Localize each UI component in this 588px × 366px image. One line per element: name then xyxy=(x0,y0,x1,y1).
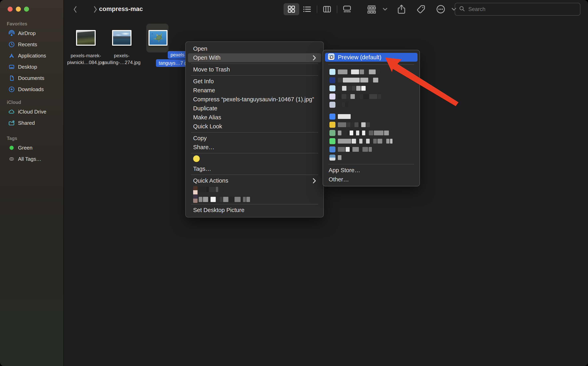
blurred-app-name xyxy=(338,69,380,74)
separator xyxy=(191,153,318,153)
separator xyxy=(191,75,318,76)
sidebar-item-label: Green xyxy=(18,145,32,151)
airdrop-icon xyxy=(8,30,15,37)
menu-item-label: Quick Actions xyxy=(193,177,228,184)
search-field[interactable] xyxy=(455,3,580,16)
share-icon[interactable] xyxy=(396,4,407,15)
download-circle-icon xyxy=(8,86,15,93)
window-title: compress-mac xyxy=(99,5,143,13)
tag-icon[interactable] xyxy=(416,4,426,14)
blurred-app-name xyxy=(338,139,392,144)
blurred-app-row[interactable] xyxy=(323,137,420,145)
separator xyxy=(191,204,318,205)
icon-view-button[interactable] xyxy=(284,3,299,15)
more-icon[interactable] xyxy=(436,4,446,14)
menu-item-set-desktop-picture[interactable]: Set Desktop Picture xyxy=(188,206,321,215)
sidebar-item-shared[interactable]: Shared xyxy=(0,117,62,129)
sidebar-item-all-tags[interactable]: All Tags… xyxy=(0,153,62,165)
submenu-chevron-icon xyxy=(312,178,317,184)
app-icon xyxy=(329,77,335,83)
blurred-app-name xyxy=(338,86,366,91)
preview-app-icon xyxy=(328,53,335,61)
file-label[interactable]: pexels-raulling-…274.jpg xyxy=(98,52,146,66)
separator xyxy=(191,63,318,64)
sidebar-section-header-icloud: iCloud xyxy=(0,99,62,106)
blurred-app-row[interactable] xyxy=(323,68,420,76)
menu-item-tags[interactable]: Tags… xyxy=(188,164,321,173)
menu-item-label: Set Desktop Picture xyxy=(193,207,244,214)
forward-icon[interactable] xyxy=(92,4,99,15)
menu-item-share[interactable]: Share… xyxy=(188,143,321,152)
appstore-a-icon xyxy=(8,52,15,59)
sidebar-item-downloads[interactable]: Downloads xyxy=(0,84,62,95)
sidebar-section-header-tags: Tags xyxy=(0,135,62,142)
blurred-app-row[interactable] xyxy=(323,145,420,153)
file-thumbnail-turtle[interactable] xyxy=(149,30,167,46)
app-icon xyxy=(329,85,335,91)
minimize-button[interactable] xyxy=(16,7,21,12)
app-icon xyxy=(329,130,335,136)
menu-item-make-alias[interactable]: Make Alias xyxy=(188,113,321,122)
menu-item-rename[interactable]: Rename xyxy=(188,86,321,95)
blurred-app-row[interactable] xyxy=(323,92,420,100)
divider xyxy=(337,5,337,13)
sidebar-item-desktop[interactable]: Desktop xyxy=(0,61,62,72)
file-thumbnail-mountain[interactable] xyxy=(76,30,96,46)
sidebar-sections: FavoritesAirDropRecentsApplicationsDeskt… xyxy=(0,20,62,165)
menu-item-duplicate[interactable]: Duplicate xyxy=(188,104,321,113)
sidebar: FavoritesAirDropRecentsApplicationsDeskt… xyxy=(0,0,64,366)
sidebar-item-airdrop[interactable]: AirDrop xyxy=(0,28,62,39)
zoom-button[interactable] xyxy=(24,7,29,12)
submenu-item-preview-default[interactable]: Preview (default) xyxy=(325,53,417,62)
menu-item-label: Duplicate xyxy=(193,105,217,112)
app-icon xyxy=(329,122,335,128)
sea-turtle-image xyxy=(150,31,166,45)
menu-item-move-to-trash[interactable]: Move to Trash xyxy=(188,65,321,74)
menu-item-open[interactable]: Open xyxy=(188,44,321,53)
file-thumbnail-coast[interactable] xyxy=(112,30,131,46)
menu-item-compress-pexels-tanguysauvin-10467-1-jpg[interactable]: Compress “pexels-tanguysauvin-10467 (1).… xyxy=(188,95,321,104)
menu-item-quick-actions[interactable]: Quick Actions xyxy=(188,176,321,185)
app-icon xyxy=(329,102,335,108)
gallery-view-button[interactable] xyxy=(339,3,355,15)
sidebar-item-green[interactable]: Green xyxy=(0,142,62,153)
menu-item-copy[interactable]: Copy xyxy=(188,134,321,143)
separator xyxy=(191,175,318,175)
column-view-button[interactable] xyxy=(319,3,335,15)
close-button[interactable] xyxy=(8,7,13,12)
group-icon[interactable] xyxy=(366,4,377,14)
sidebar-item-documents[interactable]: Documents xyxy=(0,72,62,84)
chevron-down-icon[interactable] xyxy=(382,7,388,12)
menu-item-label: Open With xyxy=(193,54,220,61)
menu-item-label: Tags… xyxy=(193,166,211,172)
blurred-app-row[interactable] xyxy=(323,129,420,137)
back-icon[interactable] xyxy=(72,4,79,15)
menu-item-open-with[interactable]: Open With xyxy=(188,53,321,62)
menu-item-quick-look[interactable]: Quick Look xyxy=(188,122,321,131)
list-view-button[interactable] xyxy=(299,3,315,15)
all-tags-icon xyxy=(8,155,15,163)
separator xyxy=(328,164,414,164)
yellow-tag-dot[interactable] xyxy=(193,155,200,162)
traffic-lights xyxy=(8,7,29,12)
document-icon xyxy=(8,75,15,82)
context-menu: OpenOpen WithMove to TrashGet InfoRename… xyxy=(185,41,324,217)
finder-window: FavoritesAirDropRecentsApplicationsDeskt… xyxy=(0,0,588,366)
submenu-item-app-store[interactable]: App Store… xyxy=(323,166,420,175)
blurred-app-row[interactable] xyxy=(323,76,420,84)
blurred-app-row[interactable] xyxy=(323,153,420,161)
sidebar-item-icloud-drive[interactable]: iCloud Drive xyxy=(0,106,62,117)
menu-item-get-info[interactable]: Get Info xyxy=(188,77,321,86)
blurred-app-row[interactable] xyxy=(323,100,420,109)
blurred-app-row[interactable] xyxy=(323,112,420,121)
sidebar-item-recents[interactable]: Recents xyxy=(0,39,62,50)
search-input[interactable] xyxy=(468,6,576,12)
sidebar-item-applications[interactable]: Applications xyxy=(0,50,62,61)
green-dot-icon xyxy=(8,144,15,151)
app-icon xyxy=(329,138,335,144)
blurred-app-row[interactable] xyxy=(323,121,420,129)
submenu-item-other[interactable]: Other… xyxy=(323,175,420,184)
cloud-icon xyxy=(8,108,15,115)
blurred-app-row[interactable] xyxy=(323,84,420,92)
menu-item-label: Make Alias xyxy=(193,114,221,121)
